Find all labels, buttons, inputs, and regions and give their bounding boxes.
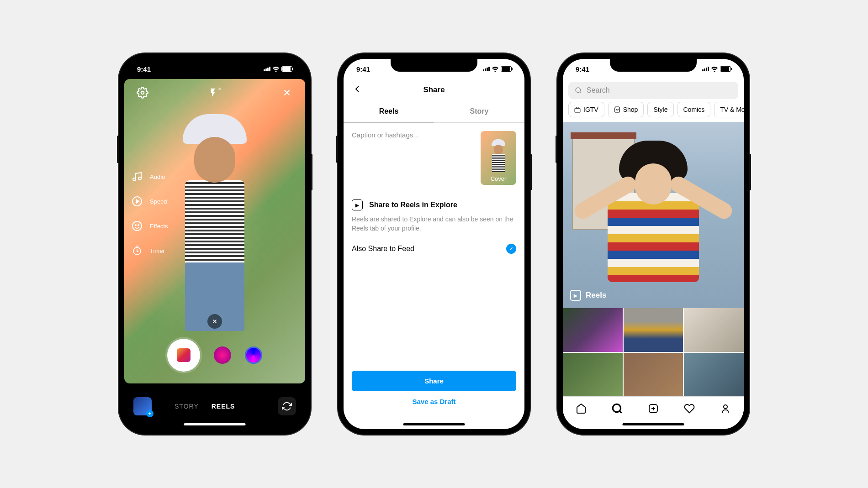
- share-explore-title: ▶ Share to Reels in Explore: [352, 199, 516, 210]
- profile-icon[interactable]: [720, 403, 731, 415]
- share-explore-desc: Reels are shared to Explore and can also…: [352, 215, 516, 233]
- phones-container: 9:41: [110, 44, 758, 444]
- category-chips: IGTV Shop Style Comics TV & Movie: [563, 102, 744, 122]
- battery-icon: [281, 66, 292, 72]
- home-indicator: [403, 423, 465, 425]
- wifi-icon: [492, 66, 499, 72]
- save-draft-button[interactable]: Save as Draft: [352, 391, 516, 412]
- reels-badge: ▶ Reels: [570, 290, 606, 301]
- chip-igtv[interactable]: IGTV: [568, 102, 604, 117]
- tab-reels[interactable]: REELS: [212, 403, 235, 410]
- share-header: Share: [344, 79, 524, 101]
- signal-icon: [264, 67, 270, 71]
- tab-reels[interactable]: Reels: [344, 101, 434, 122]
- speed-tool[interactable]: Speed: [131, 195, 168, 208]
- check-icon: ✓: [506, 244, 516, 254]
- bag-icon: [614, 106, 620, 113]
- battery-icon: [501, 66, 512, 72]
- cover-button[interactable]: Cover: [481, 131, 516, 185]
- effect-option-1[interactable]: [214, 346, 231, 364]
- chip-style[interactable]: Style: [647, 102, 673, 117]
- signal-icon: [483, 67, 490, 71]
- phone-explore: 9:41 Search IGTV Shop: [557, 53, 749, 435]
- caption-input[interactable]: Caption or hashtags...: [352, 131, 475, 185]
- audio-tool[interactable]: Audio: [131, 170, 168, 183]
- tab-story[interactable]: Story: [434, 101, 524, 122]
- grid-tile[interactable]: [563, 353, 623, 397]
- heart-icon[interactable]: [683, 403, 695, 415]
- bottom-nav: [563, 396, 744, 420]
- create-icon[interactable]: [647, 403, 659, 415]
- svg-point-10: [613, 404, 620, 412]
- share-button[interactable]: Share: [352, 371, 516, 391]
- close-icon[interactable]: [280, 85, 294, 100]
- chip-comics[interactable]: Comics: [677, 102, 711, 117]
- grid-tile[interactable]: [684, 353, 744, 397]
- flash-icon[interactable]: ✕: [207, 85, 222, 100]
- svg-point-12: [724, 405, 727, 409]
- svg-point-4: [132, 221, 142, 231]
- grid-tile[interactable]: [624, 308, 683, 352]
- notch: [391, 59, 477, 72]
- notch: [610, 59, 697, 72]
- grid-tile[interactable]: [563, 308, 623, 352]
- grid-tile[interactable]: [684, 308, 744, 352]
- wifi-icon: [711, 66, 718, 72]
- explore-hero-reel[interactable]: ▶ Reels: [563, 122, 744, 308]
- gallery-button[interactable]: [133, 397, 152, 415]
- wifi-icon: [272, 66, 280, 72]
- signal-icon: [702, 67, 709, 71]
- back-icon[interactable]: [352, 84, 363, 97]
- tab-story[interactable]: STORY: [175, 403, 199, 410]
- record-button[interactable]: [167, 339, 200, 372]
- also-share-feed-toggle[interactable]: Also Share to Feed ✓: [352, 244, 516, 254]
- reels-icon: ▶: [352, 199, 363, 210]
- search-input[interactable]: Search: [568, 82, 738, 99]
- reels-icon: ▶: [570, 290, 581, 301]
- svg-rect-9: [575, 108, 580, 112]
- svg-point-8: [576, 88, 581, 93]
- home-indicator: [184, 423, 246, 425]
- status-time: 9:41: [356, 65, 370, 73]
- status-time: 9:41: [137, 65, 151, 73]
- reels-icon: [177, 348, 191, 362]
- speed-icon: [131, 195, 143, 208]
- explore-grid: [563, 308, 744, 396]
- home-icon[interactable]: [575, 403, 587, 415]
- home-indicator: [623, 423, 684, 425]
- delete-clip-icon[interactable]: [207, 314, 222, 329]
- timer-icon: [131, 244, 143, 257]
- camera-viewport: ✕ Audio Speed: [124, 79, 305, 383]
- chip-tv-movie[interactable]: TV & Movie: [714, 102, 744, 117]
- svg-point-2: [138, 177, 141, 180]
- battery-icon: [720, 66, 731, 72]
- music-icon: [131, 170, 143, 183]
- svg-point-1: [133, 178, 136, 181]
- notch: [171, 59, 258, 72]
- effects-icon: [131, 220, 143, 232]
- search-icon: [575, 87, 582, 94]
- svg-point-0: [141, 91, 144, 94]
- effect-option-2[interactable]: [245, 346, 262, 364]
- svg-point-6: [138, 225, 139, 226]
- chip-shop[interactable]: Shop: [608, 102, 644, 117]
- phone-camera: 9:41: [119, 53, 311, 435]
- svg-point-5: [135, 225, 136, 226]
- status-time: 9:41: [576, 65, 589, 73]
- tv-icon: [574, 106, 581, 113]
- flip-camera-icon[interactable]: [278, 397, 296, 415]
- cover-label: Cover: [491, 175, 507, 185]
- timer-tool[interactable]: Timer: [131, 244, 168, 257]
- settings-icon[interactable]: [135, 85, 150, 100]
- grid-tile[interactable]: [624, 353, 683, 397]
- page-title: Share: [423, 85, 445, 94]
- effects-tool[interactable]: Effects: [131, 220, 168, 232]
- search-icon[interactable]: [611, 403, 623, 415]
- phone-share: 9:41 Share Reels Story Caption o: [338, 53, 530, 435]
